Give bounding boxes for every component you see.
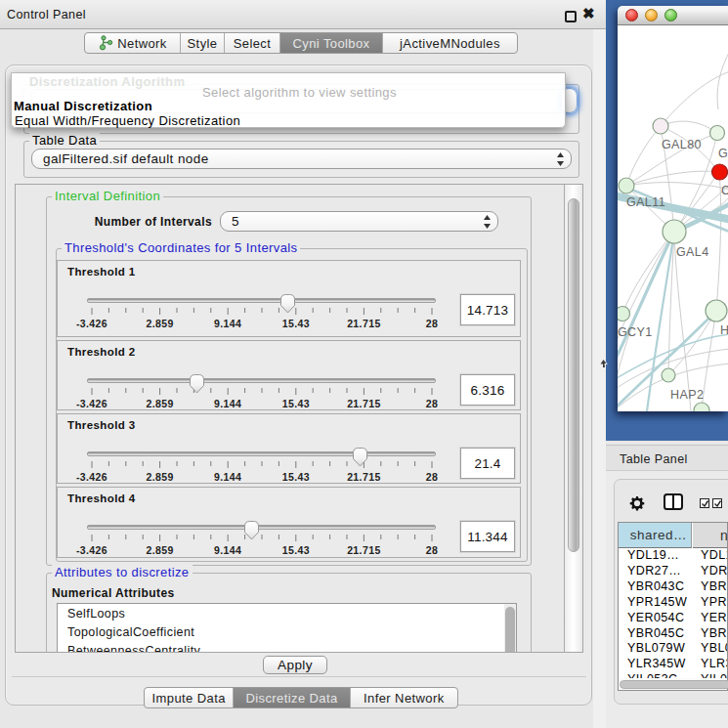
svg-text:GCY1: GCY1 — [618, 325, 653, 339]
svg-text:GAL11: GAL11 — [626, 195, 665, 209]
svg-text:CY: CY — [721, 184, 728, 197]
svg-text:GAL: GAL — [718, 147, 728, 160]
svg-text:GAL80: GAL80 — [662, 138, 702, 151]
svg-text:H: H — [720, 323, 728, 337]
svg-text:HAP2: HAP2 — [670, 388, 704, 402]
svg-text:GAL4: GAL4 — [676, 245, 709, 259]
